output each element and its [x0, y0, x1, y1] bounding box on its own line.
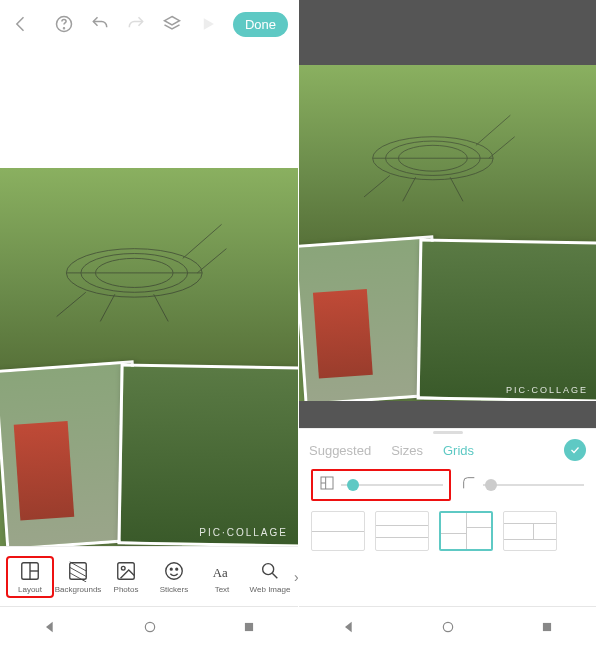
tool-layout[interactable]: Layout — [6, 556, 54, 598]
grid-option-4[interactable] — [503, 511, 557, 551]
collage-canvas-right[interactable]: PIC·COLLAGE — [299, 38, 596, 428]
tool-label: Text — [215, 585, 230, 594]
text-icon: Aa — [211, 560, 233, 582]
tool-stickers[interactable]: Stickers — [150, 560, 198, 594]
undo-icon[interactable] — [89, 13, 111, 35]
red-structure — [14, 420, 74, 520]
wire-grasshopper — [24, 205, 245, 321]
tool-backgrounds[interactable]: Backgrounds — [54, 560, 102, 594]
photo-bottom-right[interactable] — [118, 363, 298, 546]
svg-point-16 — [176, 568, 178, 570]
confirm-button[interactable] — [564, 439, 586, 461]
nav-back-icon[interactable] — [341, 619, 357, 639]
tool-label: Photos — [114, 585, 139, 594]
svg-text:Aa: Aa — [213, 565, 228, 579]
tool-label: Web Image — [250, 585, 291, 594]
nav-home-icon[interactable] — [441, 620, 455, 638]
tab-suggested[interactable]: Suggested — [309, 443, 371, 458]
android-navbar — [0, 606, 298, 650]
nav-home-icon[interactable] — [143, 620, 157, 638]
wire-grasshopper — [323, 98, 543, 201]
redo-icon[interactable] — [125, 13, 147, 35]
corner-radius-slider[interactable] — [461, 475, 585, 495]
watermark: PIC·COLLAGE — [199, 527, 288, 538]
bottom-toolbar: Layout Backgrounds Photos Stickers Aa Te… — [0, 546, 298, 606]
tool-label: Stickers — [160, 585, 188, 594]
backgrounds-icon — [67, 560, 89, 582]
left-screenshot: Done PIC·COLLAG — [0, 0, 298, 650]
nav-recents-icon[interactable] — [540, 620, 554, 638]
photos-icon — [115, 560, 137, 582]
photo-top[interactable] — [299, 65, 596, 249]
nav-recents-icon[interactable] — [242, 620, 256, 638]
done-button[interactable]: Done — [233, 12, 288, 37]
tool-label: Backgrounds — [55, 585, 102, 594]
tool-label: Layout — [18, 585, 42, 594]
play-icon[interactable] — [197, 13, 219, 35]
stickers-icon — [163, 560, 185, 582]
svg-point-31 — [444, 622, 453, 631]
photo-top[interactable] — [0, 168, 298, 376]
svg-rect-12 — [118, 562, 135, 579]
statusbar-area — [299, 0, 596, 38]
search-icon — [259, 560, 281, 582]
back-icon[interactable] — [10, 13, 32, 35]
layout-tabs: Suggested Sizes Grids — [299, 435, 596, 469]
border-width-slider[interactable] — [311, 469, 451, 501]
grid-layout-options — [299, 511, 596, 559]
help-icon[interactable] — [53, 13, 75, 35]
grid-sliders — [299, 469, 596, 511]
svg-rect-11 — [70, 562, 87, 579]
tool-photos[interactable]: Photos — [102, 560, 150, 594]
right-screenshot: PIC·COLLAGE Suggested Sizes Grids — [298, 0, 596, 650]
svg-rect-22 — [245, 622, 253, 630]
editor-topbar: Done — [0, 0, 298, 48]
svg-rect-32 — [543, 622, 551, 630]
svg-marker-3 — [204, 18, 214, 30]
tool-web-image[interactable]: Web Image — [246, 560, 294, 594]
svg-point-13 — [121, 566, 125, 570]
watermark: PIC·COLLAGE — [506, 385, 588, 395]
collage-canvas[interactable]: PIC·COLLAGE — [0, 168, 298, 546]
grid-option-2[interactable] — [375, 511, 429, 551]
tool-text[interactable]: Aa Text — [198, 560, 246, 594]
border-width-icon — [319, 475, 335, 495]
svg-point-15 — [170, 568, 172, 570]
svg-marker-2 — [164, 17, 179, 25]
svg-point-1 — [63, 28, 64, 29]
svg-point-14 — [166, 562, 183, 579]
tab-sizes[interactable]: Sizes — [391, 443, 423, 458]
empty-canvas-area — [0, 48, 298, 168]
layout-icon — [19, 560, 41, 582]
grid-option-3[interactable] — [439, 511, 493, 551]
svg-marker-30 — [345, 621, 352, 632]
svg-point-18 — [263, 563, 274, 574]
check-icon — [569, 444, 581, 456]
layout-panel: Suggested Sizes Grids — [299, 428, 596, 606]
nav-back-icon[interactable] — [42, 619, 58, 639]
grid-option-1[interactable] — [311, 511, 365, 551]
svg-line-19 — [272, 573, 277, 578]
photo-bottom-right[interactable] — [416, 238, 596, 401]
layers-icon[interactable] — [161, 13, 183, 35]
svg-point-21 — [145, 622, 154, 631]
corner-radius-icon — [461, 475, 477, 495]
tab-grids[interactable]: Grids — [443, 443, 474, 458]
svg-marker-20 — [46, 621, 53, 632]
android-navbar — [299, 606, 596, 650]
